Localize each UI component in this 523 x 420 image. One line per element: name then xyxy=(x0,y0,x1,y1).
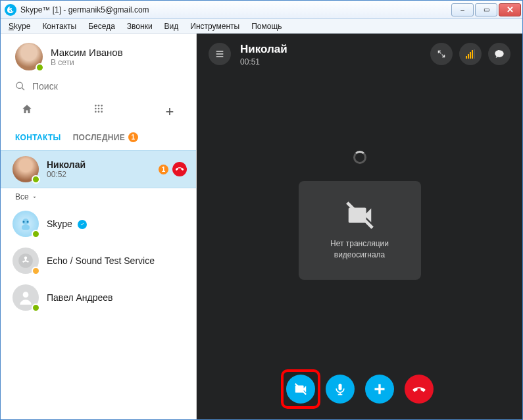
skype-logo-icon xyxy=(5,4,16,16)
svg-point-13 xyxy=(23,221,25,223)
sidebar: Максим Иванов В сети + КОНТАКТЫ ПОСЛЕДНИ… xyxy=(1,34,197,419)
svg-point-5 xyxy=(95,108,97,110)
call-duration: 00:52 xyxy=(47,170,159,179)
no-video-text-2: видеосигнала xyxy=(330,249,389,261)
call-contact-name: Николай xyxy=(240,43,421,56)
chevron-down-icon xyxy=(32,194,37,200)
contact-avatar xyxy=(12,248,39,274)
tab-recent[interactable]: ПОСЛЕДНИЕ 1 xyxy=(73,132,138,142)
self-status: В сети xyxy=(51,58,123,67)
svg-point-9 xyxy=(97,111,99,113)
call-controls xyxy=(286,375,434,404)
no-video-text-1: Нет трансляции xyxy=(330,238,389,249)
hangup-icon xyxy=(412,382,426,396)
svg-point-3 xyxy=(97,105,99,107)
svg-point-14 xyxy=(27,221,29,223)
fullscreen-icon xyxy=(437,49,446,59)
call-timer: 00:51 xyxy=(240,57,421,66)
contact-avatar xyxy=(12,156,39,182)
contact-name: Николай xyxy=(47,159,159,170)
svg-point-16 xyxy=(24,257,27,259)
svg-point-17 xyxy=(23,292,29,298)
svg-rect-24 xyxy=(374,388,384,390)
svg-point-0 xyxy=(16,82,22,88)
call-pane: Николай 00:51 Нет тран xyxy=(197,34,522,419)
self-avatar xyxy=(15,43,43,70)
svg-point-10 xyxy=(101,111,103,113)
self-profile[interactable]: Максим Иванов В сети xyxy=(1,34,196,77)
loading-spinner-icon xyxy=(353,151,366,164)
plus-icon xyxy=(373,382,386,396)
contact-row-active-call[interactable]: Николай 00:52 1 xyxy=(1,150,196,188)
microphone-icon xyxy=(334,382,347,396)
search-input[interactable] xyxy=(32,81,182,92)
presence-icon xyxy=(32,303,40,312)
recent-badge: 1 xyxy=(128,132,138,142)
menu-conversation[interactable]: Беседа xyxy=(83,20,120,32)
contact-row-pavel[interactable]: Павел Андреев xyxy=(1,279,196,316)
toggle-video-button[interactable] xyxy=(286,375,315,404)
camera-off-icon xyxy=(293,382,308,396)
add-participant-button[interactable] xyxy=(365,375,394,404)
svg-line-1 xyxy=(22,88,24,90)
self-presence-icon xyxy=(36,63,44,72)
hangup-mini-button[interactable] xyxy=(172,162,187,176)
contact-avatar xyxy=(12,284,39,311)
fullscreen-button[interactable] xyxy=(430,43,453,65)
call-header: Николай 00:51 xyxy=(197,34,522,76)
window-title: Skype™ [1] - germanik5@gmail.com xyxy=(20,5,450,14)
filter-label: Все xyxy=(15,192,29,201)
svg-point-8 xyxy=(95,111,97,113)
svg-rect-20 xyxy=(216,56,224,57)
contact-name: Skype xyxy=(47,219,187,229)
signal-button[interactable] xyxy=(459,43,482,65)
signal-icon xyxy=(466,49,475,59)
menu-contacts[interactable]: Контакты xyxy=(37,20,82,32)
menu-view[interactable]: Вид xyxy=(159,20,184,32)
self-name: Максим Иванов xyxy=(51,47,123,58)
no-video-icon xyxy=(345,200,375,230)
tab-contacts[interactable]: КОНТАКТЫ xyxy=(15,132,61,142)
menu-help[interactable]: Помощь xyxy=(246,20,287,32)
menu-tools[interactable]: Инструменты xyxy=(185,20,245,32)
minimize-button[interactable]: – xyxy=(451,3,474,16)
no-video-box: Нет трансляции видеосигнала xyxy=(299,181,421,280)
search-row[interactable] xyxy=(1,77,196,99)
list-icon xyxy=(214,49,225,59)
contact-avatar xyxy=(12,211,39,237)
svg-point-7 xyxy=(101,108,103,110)
home-icon[interactable] xyxy=(20,103,34,120)
window-titlebar: Skype™ [1] - germanik5@gmail.com – ▭ ✕ xyxy=(1,1,522,19)
menu-skype[interactable]: Skype xyxy=(3,20,36,32)
unread-badge: 1 xyxy=(159,165,168,174)
tab-recent-label: ПОСЛЕДНИЕ xyxy=(73,133,125,142)
toggle-mic-button[interactable] xyxy=(326,375,355,404)
chat-icon xyxy=(494,49,505,59)
dialpad-icon[interactable] xyxy=(92,103,105,120)
maximize-button[interactable]: ▭ xyxy=(475,3,497,16)
menubar: Skype Контакты Беседа Звонки Вид Инструм… xyxy=(1,19,522,34)
svg-rect-19 xyxy=(216,53,224,54)
call-menu-button[interactable] xyxy=(209,43,231,65)
nav-icon-row: + xyxy=(1,99,196,127)
verified-icon xyxy=(78,220,87,229)
contact-filter[interactable]: Все xyxy=(1,188,196,205)
svg-rect-12 xyxy=(22,225,30,230)
new-chat-icon[interactable]: + xyxy=(163,103,176,120)
contact-name: Echo / Sound Test Service xyxy=(47,255,187,266)
window-controls: – ▭ ✕ xyxy=(450,3,521,16)
menu-calls[interactable]: Звонки xyxy=(122,20,158,32)
presence-icon xyxy=(32,175,40,184)
svg-point-4 xyxy=(101,105,103,107)
contact-tabs: КОНТАКТЫ ПОСЛЕДНИЕ 1 xyxy=(1,127,196,150)
contact-row-echo[interactable]: Echo / Sound Test Service xyxy=(1,242,196,279)
chat-button[interactable] xyxy=(488,43,511,65)
hangup-button[interactable] xyxy=(405,375,434,404)
contact-row-skype[interactable]: Skype xyxy=(1,205,196,242)
close-button[interactable]: ✕ xyxy=(499,3,521,16)
search-icon xyxy=(15,81,26,92)
svg-point-2 xyxy=(95,105,97,107)
svg-point-6 xyxy=(97,108,99,110)
svg-rect-18 xyxy=(216,51,224,51)
presence-icon xyxy=(32,230,40,238)
